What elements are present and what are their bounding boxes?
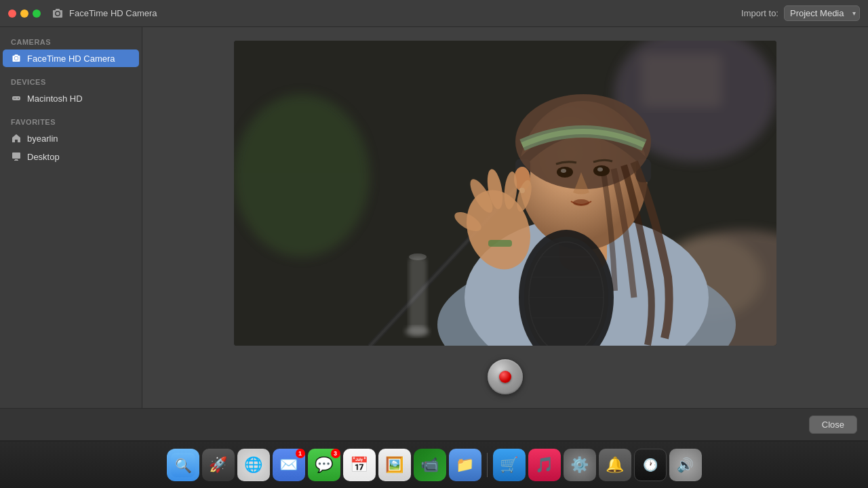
svg-point-28 xyxy=(597,167,603,171)
svg-rect-16 xyxy=(409,257,427,335)
close-button[interactable]: Close xyxy=(809,415,857,434)
preferences-icon: ⚙️ xyxy=(570,456,589,474)
dock-item-appstore[interactable]: 🛒 xyxy=(493,449,526,481)
svg-point-0 xyxy=(15,57,18,60)
sidebar-item-facetime-camera[interactable]: FaceTime HD Camera xyxy=(3,49,139,67)
dock-item-facetime[interactable]: 📹 xyxy=(414,449,446,481)
svg-point-27 xyxy=(561,169,566,173)
music-icon: 🎵 xyxy=(535,456,553,474)
clock-icon: 🕐 xyxy=(643,458,658,472)
dock-item-mail[interactable]: ✉️ 1 xyxy=(273,449,305,481)
messages-icon: 💬 xyxy=(315,456,333,474)
home-icon xyxy=(11,133,22,144)
safari-icon: 🌐 xyxy=(244,456,262,474)
dock-item-files[interactable]: 📁 xyxy=(449,449,481,481)
files-icon: 📁 xyxy=(456,456,474,474)
finder-icon: 🔍 xyxy=(171,453,195,477)
svg-point-2 xyxy=(18,98,19,99)
notification-icon: 🔔 xyxy=(606,456,624,474)
dock-item-launchpad[interactable]: 🚀 xyxy=(202,449,235,481)
window-title: FaceTime HD Camera xyxy=(69,8,157,18)
svg-rect-5 xyxy=(15,159,18,160)
record-indicator xyxy=(499,371,511,383)
import-dropdown[interactable]: Project Media Event xyxy=(784,5,860,21)
camera-icon xyxy=(52,7,64,20)
main-content: CAMERAS FaceTime HD Camera DEVICES xyxy=(0,27,868,408)
mail-badge: 1 xyxy=(296,449,305,458)
sidebar-item-label: FaceTime HD Camera xyxy=(27,54,115,64)
facetime-icon: 📹 xyxy=(420,456,439,474)
sidebar-item-desktop[interactable]: Desktop xyxy=(3,148,139,165)
dock-separator xyxy=(487,453,488,477)
dock: 🔍 🚀 🌐 ✉️ 1 💬 3 📅 🖼️ 📹 📁 🛒 🎵 xyxy=(0,441,868,488)
camera-preview xyxy=(234,41,776,346)
record-button-area xyxy=(488,359,523,394)
dock-item-safari[interactable]: 🌐 xyxy=(237,449,270,481)
import-section: Import to: Project Media Event ▾ xyxy=(741,5,860,21)
appstore-icon: 🛒 xyxy=(500,456,518,474)
close-window-button[interactable] xyxy=(8,9,16,18)
window-controls xyxy=(8,9,41,18)
preview-area xyxy=(142,27,868,408)
dock-item-clock[interactable]: 🕐 xyxy=(634,449,667,481)
import-dropdown-wrapper[interactable]: Project Media Event ▾ xyxy=(784,5,860,21)
svg-rect-11 xyxy=(641,54,722,108)
svg-text:🔍: 🔍 xyxy=(174,458,191,474)
sidebar-item-macintosh-hd[interactable]: Macintosh HD xyxy=(3,89,139,107)
svg-rect-6 xyxy=(14,160,18,161)
messages-badge: 3 xyxy=(331,449,340,458)
sidebar-item-byearlin[interactable]: byearlin xyxy=(3,129,139,147)
record-button[interactable] xyxy=(488,359,523,394)
import-label: Import to: xyxy=(741,8,778,18)
dock-item-siri[interactable]: 🔊 xyxy=(669,449,702,481)
favorites-section-label: FAVORITES xyxy=(0,113,142,129)
dock-item-finder[interactable]: 🔍 xyxy=(167,449,199,481)
camera-icon xyxy=(11,53,22,64)
hard-drive-icon xyxy=(11,93,22,104)
dock-item-music[interactable]: 🎵 xyxy=(528,449,561,481)
launchpad-icon: 🚀 xyxy=(209,456,227,474)
bottom-bar: Close xyxy=(0,408,868,441)
svg-rect-4 xyxy=(12,152,20,159)
maximize-window-button[interactable] xyxy=(33,9,41,18)
sidebar-item-label: Macintosh HD xyxy=(27,94,83,104)
svg-point-29 xyxy=(573,199,589,206)
mail-icon: ✉️ xyxy=(279,456,298,474)
svg-point-17 xyxy=(409,253,427,260)
siri-icon: 🔊 xyxy=(677,457,694,473)
desktop-icon xyxy=(11,151,22,162)
dock-item-preferences[interactable]: ⚙️ xyxy=(564,449,596,481)
minimize-window-button[interactable] xyxy=(20,9,28,18)
svg-point-9 xyxy=(234,94,370,257)
cameras-section-label: CAMERAS xyxy=(0,33,142,49)
camera-feed xyxy=(234,41,776,346)
dock-item-photos[interactable]: 🖼️ xyxy=(378,449,411,481)
devices-section-label: DEVICES xyxy=(0,73,142,89)
photos-icon: 🖼️ xyxy=(385,456,403,474)
sidebar-item-label: Desktop xyxy=(27,152,60,162)
dock-item-calendar[interactable]: 📅 xyxy=(343,449,376,481)
svg-rect-38 xyxy=(488,240,512,247)
sidebar-item-label: byearlin xyxy=(27,134,58,144)
sidebar: CAMERAS FaceTime HD Camera DEVICES xyxy=(0,27,142,408)
dock-item-messages[interactable]: 💬 3 xyxy=(308,449,340,481)
titlebar: FaceTime HD Camera Import to: Project Me… xyxy=(0,0,868,27)
calendar-icon: 📅 xyxy=(350,456,368,474)
dock-item-notification[interactable]: 🔔 xyxy=(599,449,631,481)
